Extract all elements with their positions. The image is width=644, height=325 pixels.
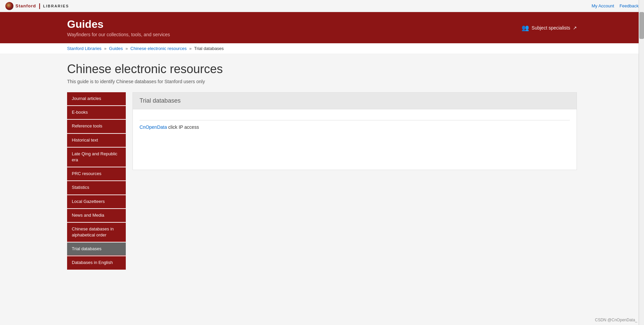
- page-description: This guide is to identify Chinese databa…: [67, 79, 577, 84]
- external-link-icon: ↗: [573, 25, 577, 31]
- guides-subtitle: Wayfinders for our collections, tools, a…: [67, 32, 170, 37]
- sidebar-item-2[interactable]: Reference tools: [67, 120, 126, 133]
- sidebar-item-0[interactable]: Journal articles: [67, 92, 126, 105]
- breadcrumb-sep-3: »: [189, 46, 192, 51]
- subject-specialists-button[interactable]: 👥 Subject specialists ↗: [522, 24, 577, 32]
- sidebar-item-3[interactable]: Historical text: [67, 134, 126, 147]
- sidebar-item-11[interactable]: Databases in English: [67, 256, 126, 269]
- sidebar-item-5[interactable]: PRC resources: [67, 167, 126, 180]
- panel-header: Trial databases: [133, 93, 577, 109]
- panel-body: CnOpenData click IP access: [133, 109, 577, 170]
- subject-specialists-icon: 👥: [522, 24, 529, 32]
- sidebar: Journal articlesE-booksReference toolsHi…: [67, 92, 126, 270]
- main-panel: Trial databases CnOpenData click IP acce…: [132, 92, 577, 170]
- header-title-area: Guides Wayfinders for our collections, t…: [67, 18, 170, 37]
- cnopendata-link[interactable]: CnOpenData: [140, 124, 167, 130]
- breadcrumb-stanford-libraries[interactable]: Stanford Libraries: [67, 46, 102, 51]
- breadcrumb: Stanford Libraries » Guides » Chinese el…: [0, 43, 644, 54]
- stanford-logo-icon: [5, 2, 13, 10]
- main-content: Chinese electronic resources This guide …: [0, 54, 644, 278]
- panel-divider: [140, 120, 570, 120]
- nav-links: My Account Feedback: [592, 3, 639, 8]
- breadcrumb-sep-1: »: [104, 46, 106, 51]
- breadcrumb-current: Trial databases: [194, 46, 224, 51]
- libraries-text: LIBRARIES: [43, 4, 69, 8]
- breadcrumb-chinese-resources[interactable]: Chinese electronic resources: [130, 46, 187, 51]
- link-entry: CnOpenData click IP access: [140, 124, 570, 130]
- breadcrumb-guides[interactable]: Guides: [109, 46, 123, 51]
- sidebar-item-7[interactable]: Local Gazetteers: [67, 195, 126, 208]
- sidebar-item-1[interactable]: E-books: [67, 106, 126, 119]
- top-nav: Stanford | LIBRARIES My Account Feedback: [0, 0, 644, 12]
- sidebar-item-4[interactable]: Late Qing and Republic era: [67, 148, 126, 167]
- sidebar-item-6[interactable]: Statistics: [67, 181, 126, 194]
- link-description: click IP access: [167, 124, 199, 130]
- stanford-text: Stanford: [15, 3, 36, 8]
- sidebar-item-9[interactable]: Chinese databases in alphabetical order: [67, 223, 126, 242]
- guides-title: Guides: [67, 18, 170, 31]
- subject-specialists-label: Subject specialists: [532, 25, 570, 31]
- feedback-link[interactable]: Feedback: [620, 3, 639, 8]
- breadcrumb-sep-2: »: [125, 46, 128, 51]
- logo-area: Stanford | LIBRARIES: [5, 2, 69, 10]
- scrollbar[interactable]: [639, 0, 644, 278]
- page-title: Chinese electronic resources: [67, 62, 577, 76]
- scrollbar-thumb[interactable]: [639, 12, 644, 39]
- sidebar-item-8[interactable]: News and Media: [67, 209, 126, 222]
- header-banner: Guides Wayfinders for our collections, t…: [0, 12, 644, 43]
- logo-separator: |: [39, 2, 40, 9]
- sidebar-item-10[interactable]: Trial databases: [67, 242, 126, 256]
- my-account-link[interactable]: My Account: [592, 3, 614, 8]
- content-layout: Journal articlesE-booksReference toolsHi…: [67, 92, 577, 270]
